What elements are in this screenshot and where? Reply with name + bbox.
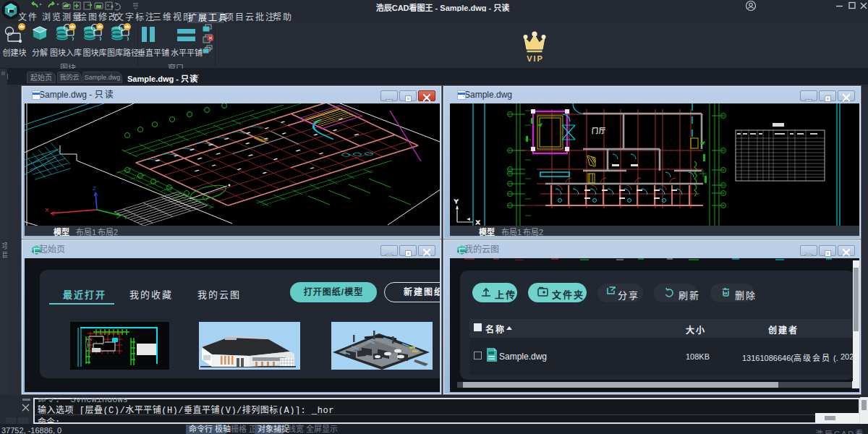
svg-text:门厅: 门厅 [592, 127, 606, 135]
svg-text:X: X [476, 219, 480, 226]
svg-text:Y: Y [124, 214, 128, 221]
svg-text:Z: Z [93, 185, 96, 192]
svg-text:VIP: VIP [527, 54, 544, 63]
svg-text:Y: Y [454, 198, 459, 205]
svg-text:X: X [45, 207, 49, 213]
